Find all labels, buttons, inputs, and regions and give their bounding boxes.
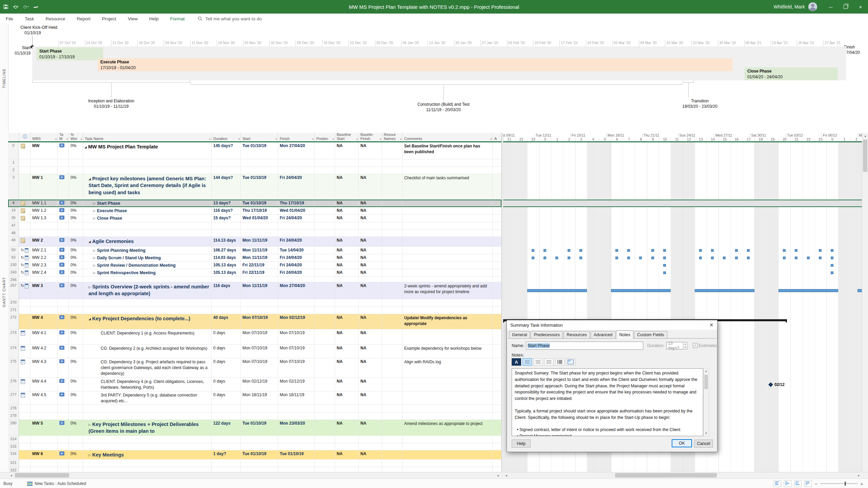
gantt-horizontal-scrollbar[interactable]: ◄ ► — [503, 472, 862, 479]
cell-pred[interactable] — [315, 467, 335, 472]
cell-pw[interactable] — [69, 467, 83, 472]
cell-acol[interactable] — [493, 222, 501, 229]
cell-start[interactable]: Mon 07/10/19 — [241, 314, 278, 329]
cell-acol[interactable] — [493, 412, 501, 420]
table-row[interactable]: 321 — [8, 460, 501, 467]
cell-res[interactable] — [382, 269, 402, 276]
cell-pw[interactable] — [69, 443, 83, 450]
row-number[interactable]: 273 — [8, 329, 19, 344]
cell-res[interactable] — [382, 460, 402, 467]
row-number[interactable]: 0 — [8, 142, 19, 159]
cell-tm[interactable] — [58, 215, 69, 222]
cell-dur[interactable] — [212, 443, 241, 450]
cell-name[interactable]: ◢MW MS Project Plan Template — [83, 142, 212, 159]
cell-fin[interactable]: Mon 07/10/19 — [278, 345, 315, 358]
cell-com[interactable] — [402, 215, 493, 222]
cell-ind[interactable] — [19, 222, 31, 229]
cell-bs[interactable]: NA — [335, 174, 359, 199]
cell-bs[interactable]: NA — [335, 207, 359, 214]
cell-pred[interactable] — [315, 277, 335, 282]
cell-start[interactable]: Thu 17/10/19 — [241, 207, 278, 214]
cell-acol[interactable] — [493, 443, 501, 450]
cell-pred[interactable] — [315, 174, 335, 199]
cell-dur[interactable]: 15 days? — [212, 215, 241, 222]
row-number[interactable]: 257 — [8, 282, 19, 299]
dialog-tab-predecessors[interactable]: Predecessors — [531, 331, 563, 339]
recurring-task-bar[interactable] — [819, 249, 822, 252]
cell-ind[interactable] — [19, 159, 31, 166]
cell-bs[interactable]: NA — [335, 262, 359, 269]
cell-tm[interactable] — [58, 358, 69, 378]
cell-acol[interactable] — [493, 159, 501, 166]
column-header-bs[interactable]: BaselineStart▾ — [335, 133, 359, 141]
cell-dur[interactable]: 116 days? — [212, 207, 241, 214]
duration-field[interactable]: 13 days? — [666, 342, 683, 349]
cell-wbs[interactable]: MW 4.2 — [31, 345, 58, 358]
cell-res[interactable] — [382, 215, 402, 222]
cell-ind[interactable] — [19, 230, 31, 237]
cell-dur[interactable] — [212, 167, 241, 174]
cell-acol[interactable] — [493, 314, 501, 329]
cell-start[interactable] — [241, 230, 278, 237]
recurring-task-bar[interactable] — [747, 249, 750, 252]
cell-wbs[interactable]: MW 1 — [31, 174, 58, 199]
row-number[interactable]: 36 — [8, 215, 19, 222]
cell-name[interactable]: ▷Key Meetings — [83, 450, 212, 459]
row-number[interactable]: 230 — [8, 262, 19, 269]
zoom-slider-thumb[interactable] — [845, 482, 846, 486]
cell-name[interactable] — [83, 222, 212, 229]
cell-com[interactable] — [402, 450, 493, 459]
cell-fin[interactable] — [278, 443, 315, 450]
cell-res[interactable] — [382, 412, 402, 420]
cell-name[interactable] — [83, 405, 212, 412]
cell-tm[interactable] — [58, 412, 69, 420]
cell-name[interactable] — [83, 443, 212, 450]
gantt-scroll-thumb[interactable] — [615, 473, 717, 477]
cell-tm[interactable] — [58, 391, 69, 405]
recurring-task-bar[interactable] — [663, 249, 666, 252]
cell-bf[interactable] — [359, 277, 382, 282]
cell-tm[interactable] — [58, 405, 69, 412]
cell-pred[interactable] — [315, 405, 335, 412]
cell-pw[interactable] — [69, 159, 83, 166]
cell-acol[interactable] — [493, 282, 501, 299]
cell-tm[interactable] — [58, 254, 69, 261]
cell-start[interactable]: Tue 01/10/19 — [241, 420, 278, 435]
cell-pw[interactable]: 0% — [69, 247, 83, 254]
cell-com[interactable]: Example dependency for workshops below — [402, 345, 493, 358]
recurring-task-bar[interactable] — [627, 249, 630, 252]
cell-bs[interactable]: NA — [335, 215, 359, 222]
table-row[interactable]: 277MW 4.50%3rd PARTY: Dependency 5 (e.g.… — [8, 391, 501, 405]
cell-bf[interactable]: NA — [359, 200, 382, 207]
column-header-bf[interactable]: BaselinFinish▾ — [359, 133, 382, 141]
restore-button[interactable] — [838, 0, 853, 14]
cell-pred[interactable] — [315, 237, 335, 246]
minimize-button[interactable]: ─ — [823, 0, 838, 14]
cell-name[interactable] — [83, 159, 212, 166]
format-font-button[interactable]: A — [512, 358, 521, 366]
row-number[interactable]: 276 — [8, 378, 19, 391]
cell-tm[interactable] — [58, 237, 69, 246]
recurring-task-bar[interactable] — [783, 257, 786, 259]
cell-dur[interactable] — [212, 436, 241, 443]
cell-fin[interactable] — [278, 299, 315, 306]
cell-com[interactable] — [402, 222, 493, 229]
cell-pred[interactable] — [315, 358, 335, 378]
cell-fin[interactable] — [278, 159, 315, 166]
cell-wbs[interactable]: MW 2.2 — [31, 254, 58, 261]
insert-object-button[interactable] — [566, 358, 575, 366]
cell-bs[interactable] — [335, 299, 359, 306]
cell-ind[interactable] — [19, 345, 31, 358]
cell-pred[interactable] — [315, 443, 335, 450]
cell-wbs[interactable]: MW 2.1 — [31, 247, 58, 254]
cell-dur[interactable]: 145 days? — [212, 142, 241, 159]
notes-text-area[interactable]: Snapshot Sumary: The Start phase for any… — [512, 368, 703, 436]
cell-acol[interactable] — [493, 237, 501, 246]
cell-dur[interactable] — [212, 307, 241, 314]
recurring-task-bar[interactable] — [532, 249, 534, 252]
cell-wbs[interactable]: MW 4.1 — [31, 329, 58, 344]
table-row[interactable]: 314 — [8, 436, 501, 443]
column-header-com[interactable]: Comments▾ — [402, 133, 493, 141]
cell-wbs[interactable]: MW 4 — [31, 314, 58, 329]
cell-pred[interactable] — [315, 222, 335, 229]
